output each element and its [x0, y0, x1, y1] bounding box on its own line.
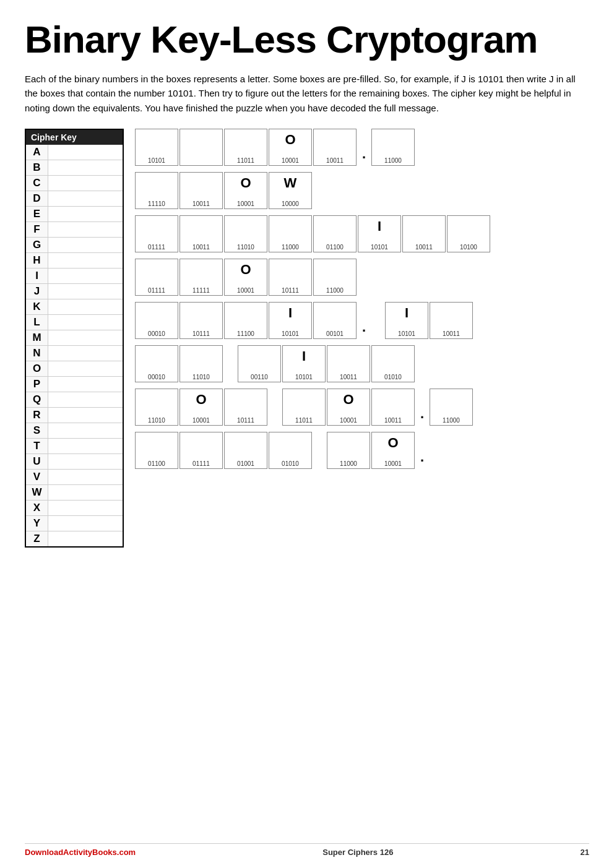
- puzzle-cell[interactable]: 11000: [371, 129, 415, 166]
- cell-code: 10101: [270, 330, 310, 337]
- ck-letter: O: [26, 361, 48, 376]
- puzzle-cell[interactable]: 11111: [179, 259, 223, 296]
- ck-value-input: [48, 470, 123, 483]
- cell-code: 10001: [226, 200, 266, 207]
- puzzle-cell[interactable]: 11011: [224, 129, 267, 166]
- puzzle-cell[interactable]: 11000: [430, 389, 473, 426]
- puzzle-cell[interactable]: 11000: [313, 259, 357, 296]
- puzzle-cell[interactable]: 10111: [179, 302, 223, 339]
- puzzle-cell[interactable]: 00101: [313, 302, 357, 339]
- puzzle-cell[interactable]: 10011: [179, 172, 223, 209]
- puzzle-cell[interactable]: 11100: [224, 302, 267, 339]
- cipher-key-row: T: [26, 439, 123, 454]
- ck-letter: C: [26, 176, 48, 191]
- cell-code: 01111: [137, 287, 176, 294]
- footer-site: DownloadActivityBooks.com: [25, 848, 136, 857]
- puzzle-cell[interactable]: 10100: [447, 215, 490, 252]
- cipher-key-row: O: [26, 361, 123, 377]
- cell-code: 11010: [137, 417, 176, 424]
- puzzle-cell[interactable]: 01100: [135, 432, 178, 469]
- cell-letter: W: [269, 175, 311, 191]
- puzzle-cell[interactable]: O10001: [224, 259, 267, 296]
- puzzle-cell[interactable]: 10011: [313, 129, 357, 166]
- puzzle-cell[interactable]: 01001: [224, 432, 267, 469]
- puzzle-cell[interactable]: 11000: [269, 215, 312, 252]
- ck-letter: Z: [26, 531, 48, 546]
- puzzle-cell[interactable]: W10000: [269, 172, 312, 209]
- ck-value-input: [48, 145, 123, 158]
- puzzle-cell[interactable]: 11010: [135, 389, 178, 426]
- puzzle-cell[interactable]: O10001: [269, 129, 312, 166]
- ck-value-input: [48, 222, 123, 236]
- cipher-key-body: ABCDEFGHIJKLMNOPQRSTUVWXYZ: [26, 145, 123, 546]
- ck-letter: W: [26, 485, 48, 500]
- puzzle-cell[interactable]: 11011: [282, 389, 326, 426]
- puzzle-cell[interactable]: 10101: [135, 129, 178, 166]
- puzzle-cell[interactable]: O10001: [224, 172, 267, 209]
- ck-value-input: [48, 408, 123, 421]
- puzzle-cell[interactable]: O10001: [327, 389, 370, 426]
- puzzle-cell[interactable]: [179, 129, 223, 166]
- puzzle-cell[interactable]: 01111: [179, 432, 223, 469]
- puzzle-cell[interactable]: I10101: [282, 345, 326, 382]
- ck-letter: H: [26, 253, 48, 268]
- ck-letter: V: [26, 470, 48, 484]
- ck-value-input: [48, 531, 123, 545]
- cell-code: 01100: [315, 244, 355, 251]
- puzzle-cell[interactable]: 11010: [179, 345, 223, 382]
- puzzle-cell[interactable]: 00110: [238, 345, 281, 382]
- cipher-key-row: Z: [26, 531, 123, 546]
- cipher-key-row: P: [26, 377, 123, 392]
- ck-value-input: [48, 439, 123, 452]
- puzzle-cell[interactable]: 10111: [269, 259, 312, 296]
- cell-code: 11011: [284, 417, 324, 424]
- puzzle-cell[interactable]: 10011: [179, 215, 223, 252]
- puzzle-cell[interactable]: 11110: [135, 172, 178, 209]
- puzzle-cell[interactable]: 10011: [327, 345, 370, 382]
- cell-code: 10001: [226, 287, 266, 294]
- cell-code: 10101: [137, 157, 176, 164]
- puzzle-cell[interactable]: O10001: [371, 432, 415, 469]
- puzzle-cell[interactable]: 10111: [224, 389, 267, 426]
- puzzle-cell[interactable]: 11000: [327, 432, 370, 469]
- ck-letter: E: [26, 207, 48, 221]
- ck-letter: J: [26, 284, 48, 299]
- cell-letter: O: [327, 392, 370, 408]
- cell-code: 10101: [360, 244, 399, 251]
- cell-code: 10111: [226, 417, 266, 424]
- ck-letter: X: [26, 501, 48, 515]
- description-text: Each of the binary numbers in the boxes …: [25, 72, 582, 115]
- puzzle-cell[interactable]: O10001: [179, 389, 223, 426]
- puzzle-cell[interactable]: 10011: [430, 302, 473, 339]
- puzzle-cell[interactable]: 00010: [135, 302, 178, 339]
- puzzle-cell[interactable]: 11010: [224, 215, 267, 252]
- puzzle-cell[interactable]: I10101: [358, 215, 401, 252]
- puzzle-cell[interactable]: 01010: [371, 345, 415, 382]
- cell-code: 10011: [181, 200, 221, 207]
- cell-code: 10011: [431, 330, 471, 337]
- cipher-key-row: Y: [26, 516, 123, 531]
- ck-value-input: [48, 176, 123, 189]
- puzzle-cell[interactable]: I10101: [385, 302, 428, 339]
- puzzle-cell[interactable]: 01100: [313, 215, 357, 252]
- cell-code: 00101: [315, 330, 355, 337]
- ck-letter: B: [26, 160, 48, 175]
- puzzle-cell[interactable]: 01111: [135, 215, 178, 252]
- cipher-key-row: F: [26, 222, 123, 238]
- puzzle-cell[interactable]: 01010: [269, 432, 312, 469]
- puzzle-cell[interactable]: 01111: [135, 259, 178, 296]
- cipher-key-row: G: [26, 238, 123, 253]
- cell-code: 11110: [137, 200, 176, 207]
- puzzle-cell[interactable]: 10011: [371, 389, 415, 426]
- puzzle-row: 1111010011O10001W10000: [135, 172, 589, 209]
- puzzle-cell[interactable]: I10101: [269, 302, 312, 339]
- puzzle-cell[interactable]: 00010: [135, 345, 178, 382]
- puzzle-row: 11010O100011011111011O1000110011.11000: [135, 389, 589, 426]
- cipher-key-row: K: [26, 299, 123, 315]
- cell-code: 10011: [373, 417, 413, 424]
- puzzle-cell[interactable]: 10011: [402, 215, 446, 252]
- cell-code: 11010: [181, 374, 221, 380]
- ck-letter: P: [26, 377, 48, 392]
- footer-book: Super Ciphers 126: [322, 848, 393, 857]
- puzzle-row: 1010111011O1000110011.11000: [135, 129, 589, 166]
